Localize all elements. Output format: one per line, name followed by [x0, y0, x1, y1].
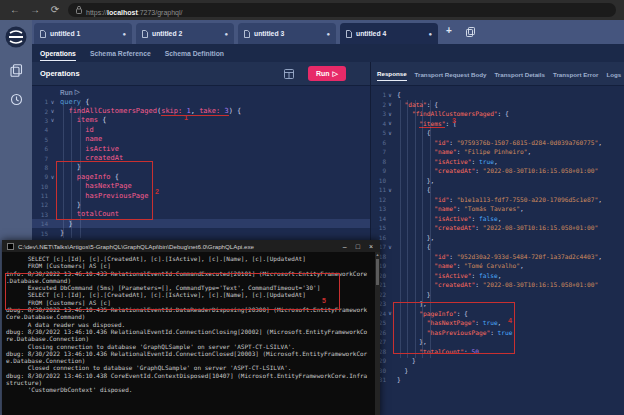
screenshot-root: ← → ⟳ https://localhost:7273/graphql/ [0, 0, 624, 415]
code-line: 10 }, [371, 176, 624, 186]
console-log-line: dbug: 8/30/2022 13:46:10.438 CoreEventId… [6, 372, 376, 379]
code-line: 9 "createdAt": "2022-08-30T10:16:15.058+… [371, 166, 624, 176]
code-line: 22 } [371, 290, 624, 300]
browser-forward-icon[interactable]: → [28, 5, 42, 15]
tab-logs[interactable]: Logs [606, 67, 621, 81]
code-line: 1∨query { [32, 97, 370, 106]
fold-chevron-icon[interactable]: ∨ [386, 244, 394, 250]
console-output: SELECT [c].[Id], [c].[CreatedAt], [c].[I… [2, 252, 380, 394]
code-line: 5∨ { [371, 128, 624, 138]
fold-chevron-icon[interactable]: ∨ [386, 101, 394, 107]
console-log-line: FROM [Customers] AS [c] [6, 299, 376, 306]
tab-response[interactable]: Response [377, 66, 407, 81]
browser-toolbar: ← → ⟳ https://localhost:7273/graphql/ [0, 0, 624, 20]
code-line: 16 }, [371, 233, 624, 243]
tab-untitled-1[interactable]: untitled 1 ● [34, 23, 132, 44]
fold-chevron-icon[interactable]: ∨ [48, 99, 57, 105]
fold-chevron-icon[interactable]: ∨ [48, 117, 57, 123]
code-line: 29 } [371, 356, 624, 366]
console-log-line: e.Database.Connection) [6, 357, 376, 364]
tab-untitled-3[interactable]: untitled 3 ● [238, 23, 336, 44]
code-line: 13 "name": "Tomás Tavares", [371, 204, 624, 214]
code-line: 11 hasPreviousPage [32, 191, 370, 200]
play-icon: ▷ [333, 70, 338, 78]
console-scrollbar[interactable]: ▲ [375, 252, 380, 415]
console-titlebar[interactable]: C:\dev\.NET\Talks\Artigos\5-GraphQL\Grap… [2, 240, 380, 252]
console-log-line: structure) [6, 379, 376, 386]
unsaved-dot-icon: ● [428, 31, 432, 37]
code-line: 17∨ { [371, 242, 624, 252]
unsaved-dot-icon: ● [224, 31, 228, 37]
code-line: 27 }, [371, 337, 624, 347]
maximize-button[interactable]: □ [356, 243, 360, 250]
minimize-button[interactable]: – [343, 243, 347, 250]
console-log-line: 'CustomerDbContext' disposed. [6, 386, 376, 393]
code-line: 26 "hasPreviousPage": true [371, 328, 624, 338]
tab-transport-error[interactable]: Transport Error [553, 67, 598, 81]
console-log-line: SELECT [c].[Id], [c].[CreatedAt], [c].[I… [6, 255, 376, 262]
console-log-line: A data reader was disposed. [6, 321, 376, 328]
query-editor[interactable]: Run▷ 1∨query {2∨ findAllCustomersPaged(s… [32, 86, 370, 238]
nav-schema-definition[interactable]: Schema Definition [165, 46, 224, 60]
tab-transport-request-body[interactable]: Transport Request Body [415, 67, 487, 81]
console-log-line: dbug: 8/30/2022 13:46:10.435 RelationalE… [6, 306, 376, 313]
console-log-line: FROM [Customers] AS [c] [6, 262, 376, 269]
code-line: 7 createdAt [32, 153, 370, 162]
new-tab-button[interactable]: + [446, 26, 452, 36]
inline-run-link[interactable]: Run▷ [32, 87, 370, 97]
console-log-line: dbug: 8/30/2022 13:46:10.436 RelationalE… [6, 350, 376, 357]
browser-back-icon[interactable]: ← [8, 5, 22, 15]
console-log-line: info: 8/30/2022 13:46:10.433 RelationalE… [6, 270, 376, 277]
scroll-up-icon: ▲ [375, 252, 380, 258]
code-line: 24∨ "pageInfo": { [371, 309, 624, 319]
code-line: 18 "id": "952d30a2-933d-5484-720f-1a37ad… [371, 252, 624, 262]
run-button[interactable]: Run ▷ [308, 66, 346, 81]
code-line: 2∨ "data": { [371, 100, 624, 110]
history-icon[interactable] [10, 93, 23, 106]
tab-transport-details[interactable]: Transport Details [494, 67, 545, 81]
tab-untitled-2[interactable]: untitled 2 ● [136, 23, 234, 44]
code-line: 15 "createdAt": "2022-08-30T10:16:15.058… [371, 223, 624, 233]
code-line: 8 } [32, 163, 370, 172]
code-line: 11∨ { [371, 185, 624, 195]
address-bar[interactable]: https://localhost:7273/graphql/ [68, 3, 616, 17]
code-line: 30 } [371, 366, 624, 376]
tab-label: untitled 4 [356, 30, 386, 37]
unsaved-dot-icon: ● [122, 31, 126, 37]
fold-chevron-icon[interactable]: ∨ [48, 108, 57, 114]
fold-chevron-icon[interactable]: ∨ [386, 120, 394, 126]
code-line: 4∨ "items": [ [371, 119, 624, 129]
tab-label: untitled 2 [152, 30, 182, 37]
fold-chevron-icon[interactable]: ∨ [386, 92, 394, 98]
browser-refresh-icon[interactable]: ⟳ [48, 5, 62, 15]
code-line: 6 isActive [32, 144, 370, 153]
code-line: 14 } [32, 219, 370, 228]
close-button[interactable]: × [369, 243, 373, 250]
code-line: 28 "totalCount": 50 [371, 347, 624, 357]
app-logo[interactable] [5, 26, 27, 48]
fold-chevron-icon[interactable]: ∨ [386, 187, 394, 193]
nav-schema-reference[interactable]: Schema Reference [90, 46, 151, 60]
console-title: C:\dev\.NET\Talks\Artigos\5-GraphQL\Grap… [18, 243, 339, 250]
fold-chevron-icon[interactable]: ∨ [386, 111, 394, 117]
fold-chevron-icon[interactable]: ∨ [386, 130, 394, 136]
unsaved-dot-icon: ● [326, 31, 330, 37]
nav-operations[interactable]: Operations [40, 46, 76, 61]
play-icon: ▷ [75, 88, 80, 96]
collection-icon[interactable] [466, 27, 475, 37]
fold-chevron-icon[interactable]: ∨ [48, 174, 57, 180]
code-line: 2∨ findAllCustomersPaged(skip: 1, take: … [32, 106, 370, 115]
operations-header: Operations Run ▷ [32, 62, 370, 86]
editor-tab-strip: untitled 1 ● untitled 2 ● untitled 3 ● u… [32, 20, 624, 44]
documents-icon[interactable] [10, 64, 23, 77]
tab-label: untitled 3 [254, 30, 284, 37]
code-line: 3∨ "findAllCustomersPaged": { [371, 109, 624, 119]
code-line: 5 name [32, 135, 370, 144]
console-log-line: Closing connection to database 'GraphQLS… [6, 343, 376, 350]
response-viewer[interactable]: 1∨{2∨ "data": {3∨ "findAllCustomersPaged… [371, 86, 624, 385]
console-log-line: SELECT [c].[Id], [c].[CreatedAt], [c].[I… [6, 291, 376, 298]
fold-chevron-icon[interactable]: ∨ [386, 310, 394, 316]
console-log-line: .Database.Command) [6, 277, 376, 284]
tab-untitled-4[interactable]: untitled 4 ● [340, 23, 438, 44]
layout-icon[interactable] [284, 69, 294, 79]
